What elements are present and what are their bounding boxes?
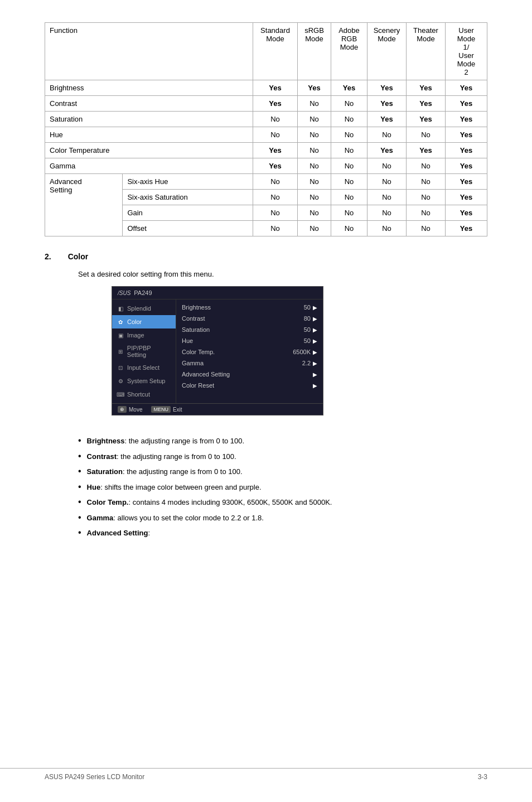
osd-sidebar-icon: ✿ xyxy=(117,318,124,326)
osd-sidebar-item[interactable]: ⌨Shortcut xyxy=(112,388,176,401)
advanced-cell-adobe: No xyxy=(331,221,367,236)
bullet-text: Color Temp.: contains 4 modes including … xyxy=(87,497,332,508)
advanced-cell-standard: No xyxy=(253,205,298,221)
advanced-cell-srgb: No xyxy=(298,174,331,190)
osd-sidebar-item[interactable]: ⊞PIP/PBP Setting xyxy=(112,342,176,361)
osd-content-row: Advanced Setting▶ xyxy=(176,369,323,380)
osd-row-label: Contrast xyxy=(182,315,205,322)
advanced-cell-theater: No xyxy=(407,221,446,236)
row-function-name: Color Temperature xyxy=(45,143,253,158)
row-cell-scenery: Yes xyxy=(367,112,407,127)
osd-row-value: 50▶ xyxy=(304,304,317,311)
row-cell-theater: Yes xyxy=(407,96,446,112)
osd-footer-label: Exit xyxy=(173,407,182,413)
osd-row-label: Gamma xyxy=(182,360,204,366)
row-cell-scenery: No xyxy=(367,158,407,174)
bullet-text: Brightness: the adjusting range is from … xyxy=(87,436,245,447)
header-theater: TheaterMode xyxy=(407,23,446,80)
bullet-dot: • xyxy=(78,467,81,476)
table-row-advanced: AdvancedSettingSix-axis HueNoNoNoNoNoYes xyxy=(45,174,487,190)
osd-sidebar-item[interactable]: ⊡Input Select xyxy=(112,361,176,374)
row-function-name: Hue xyxy=(45,127,253,143)
advanced-sub: Gain xyxy=(123,205,253,221)
row-cell-user: Yes xyxy=(446,112,487,127)
advanced-sub: Six-axis Hue xyxy=(123,174,253,190)
row-cell-adobe: No xyxy=(331,112,367,127)
osd-sidebar-icon: ▣ xyxy=(117,331,124,339)
row-cell-user: Yes xyxy=(446,158,487,174)
osd-row-label: Hue xyxy=(182,337,193,344)
table-row: Color TemperatureYesNoNoYesYesYes xyxy=(45,143,487,158)
advanced-label: AdvancedSetting xyxy=(45,174,123,236)
row-cell-scenery: Yes xyxy=(367,80,407,96)
bullet-item: •Advanced Setting: xyxy=(78,528,487,539)
osd-sidebar-label: PIP/PBP Setting xyxy=(127,345,171,358)
row-cell-adobe: No xyxy=(331,143,367,158)
advanced-cell-srgb: No xyxy=(298,221,331,236)
osd-sidebar-icon: ◧ xyxy=(117,305,124,312)
row-cell-user: Yes xyxy=(446,96,487,112)
osd-sidebar-item[interactable]: ◧Splendid xyxy=(112,302,176,315)
advanced-cell-user: Yes xyxy=(446,190,487,205)
row-cell-theater: No xyxy=(407,127,446,143)
row-cell-standard: Yes xyxy=(253,96,298,112)
osd-row-value: 2.2▶ xyxy=(302,360,317,366)
advanced-cell-adobe: No xyxy=(331,190,367,205)
header-srgb: sRGBMode xyxy=(298,23,331,80)
osd-arrow: ▶ xyxy=(313,383,317,389)
advanced-cell-srgb: No xyxy=(298,205,331,221)
row-cell-user: Yes xyxy=(446,143,487,158)
bullet-text: Contrast: the adjusting range is from 0 … xyxy=(87,451,236,462)
advanced-cell-user: Yes xyxy=(446,205,487,221)
osd-sidebar-item[interactable]: ✿Color xyxy=(112,315,176,328)
section-description: Set a desired color setting from this me… xyxy=(78,270,487,278)
osd-sidebar-label: Input Select xyxy=(127,364,159,371)
advanced-cell-user: Yes xyxy=(446,221,487,236)
osd-content: Brightness50▶Contrast80▶Saturation50▶Hue… xyxy=(176,299,323,403)
bullet-item: •Saturation: the adjusting range is from… xyxy=(78,466,487,477)
advanced-cell-theater: No xyxy=(407,190,446,205)
row-cell-adobe: Yes xyxy=(331,80,367,96)
osd-content-row: Gamma2.2▶ xyxy=(176,357,323,369)
osd-row-label: Brightness xyxy=(182,304,211,311)
osd-sidebar-icon: ⚙ xyxy=(117,377,124,385)
section-title: Color xyxy=(68,252,89,261)
advanced-sub: Six-axis Saturation xyxy=(123,190,253,205)
bullet-text: Advanced Setting: xyxy=(87,528,150,539)
osd-arrow: ▶ xyxy=(313,360,317,366)
bullet-text: Hue: shifts the image color between gree… xyxy=(87,482,262,493)
osd-content-row: Contrast80▶ xyxy=(176,313,323,324)
row-cell-theater: No xyxy=(407,158,446,174)
row-cell-scenery: No xyxy=(367,127,407,143)
row-cell-adobe: No xyxy=(331,158,367,174)
osd-row-label: Color Temp. xyxy=(182,349,215,355)
osd-arrow: ▶ xyxy=(313,305,317,311)
function-table: Function StandardMode sRGBMode AdobeRGBM… xyxy=(45,22,487,236)
osd-screenshot: /SUS PA249 ◧Splendid✿Color▣Image⊞PIP/PBP… xyxy=(112,286,323,416)
osd-arrow: ▶ xyxy=(313,371,317,378)
bullet-item: •Contrast: the adjusting range is from 0… xyxy=(78,451,487,462)
table-row: GammaYesNoNoNoNoYes xyxy=(45,158,487,174)
osd-footer-icon: MENU xyxy=(151,406,171,413)
row-cell-standard: Yes xyxy=(253,80,298,96)
advanced-cell-scenery: No xyxy=(367,190,407,205)
osd-sidebar-label: System Setup xyxy=(127,378,165,384)
osd-arrow: ▶ xyxy=(313,349,317,355)
osd-row-label: Saturation xyxy=(182,326,210,333)
osd-sidebar-item[interactable]: ▣Image xyxy=(112,328,176,342)
osd-content-row: Brightness50▶ xyxy=(176,302,323,313)
header-function: Function xyxy=(45,23,253,80)
row-cell-srgb: No xyxy=(298,143,331,158)
row-cell-adobe: No xyxy=(331,127,367,143)
row-cell-standard: No xyxy=(253,127,298,143)
osd-content-row: Saturation50▶ xyxy=(176,324,323,335)
advanced-cell-standard: No xyxy=(253,174,298,190)
osd-sidebar-icon: ⊡ xyxy=(117,364,124,371)
advanced-cell-user: Yes xyxy=(446,174,487,190)
osd-sidebar-item[interactable]: ⚙System Setup xyxy=(112,374,176,388)
osd-sidebar-label: Splendid xyxy=(127,305,151,312)
advanced-cell-theater: No xyxy=(407,174,446,190)
osd-arrow: ▶ xyxy=(313,316,317,322)
osd-sidebar-label: Shortcut xyxy=(127,391,150,398)
header-scenery: SceneryMode xyxy=(367,23,407,80)
